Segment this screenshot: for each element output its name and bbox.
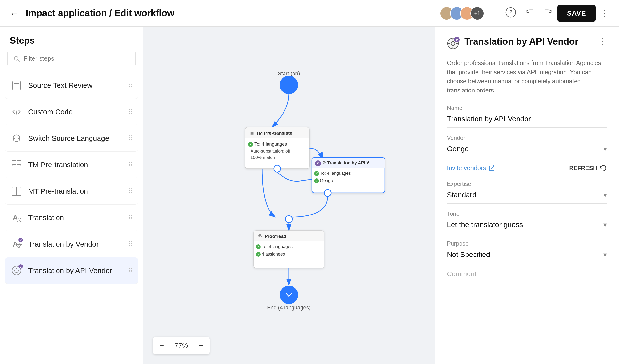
canvas-controls: − 77% + bbox=[153, 337, 210, 354]
drag-handle[interactable]: ⠿ bbox=[128, 135, 133, 142]
svg-point-24 bbox=[16, 272, 17, 273]
zoom-in-button[interactable]: + bbox=[192, 337, 210, 354]
step-label: Translation bbox=[28, 213, 123, 222]
purpose-dropdown-arrow: ▾ bbox=[604, 251, 607, 259]
tm-pretranslation-icon bbox=[10, 158, 23, 171]
refresh-button[interactable]: REFRESH bbox=[569, 165, 607, 172]
sidebar-item-source-text-review[interactable]: Source Text Review ⠿ bbox=[5, 72, 138, 99]
svg-text:100% match: 100% match bbox=[251, 155, 275, 160]
custom-code-icon bbox=[10, 106, 23, 118]
sidebar-item-mt-pretranslation[interactable]: MT Pre-translation ⠿ bbox=[5, 178, 138, 205]
search-bar[interactable] bbox=[7, 51, 136, 67]
step-label: Source Text Review bbox=[28, 81, 123, 90]
zoom-level: 77% bbox=[170, 342, 192, 350]
svg-rect-9 bbox=[12, 160, 16, 164]
tone-value-row[interactable]: Let the translator guess ▾ bbox=[447, 221, 607, 233]
svg-text:4 assignees: 4 assignees bbox=[262, 252, 285, 256]
svg-text:?: ? bbox=[509, 9, 512, 15]
drag-handle[interactable]: ⠿ bbox=[128, 240, 133, 248]
drag-handle[interactable]: ⠿ bbox=[128, 267, 133, 274]
drag-handle[interactable]: ⠿ bbox=[128, 188, 133, 195]
back-button[interactable]: ← bbox=[10, 8, 18, 18]
redo-button[interactable] bbox=[543, 8, 553, 19]
svg-point-23 bbox=[16, 268, 17, 269]
vendor-value: Gengo bbox=[447, 145, 604, 153]
tone-value: Let the translator guess bbox=[447, 221, 604, 229]
sidebar-item-switch-source-language[interactable]: Switch Source Language ⠿ bbox=[5, 125, 138, 152]
avatar-overflow[interactable]: +1 bbox=[470, 7, 484, 20]
svg-text:TM Pre-translate: TM Pre-translate bbox=[256, 131, 292, 136]
translation-icon: A文 bbox=[10, 211, 23, 224]
svg-line-3 bbox=[18, 60, 19, 61]
svg-point-2 bbox=[14, 56, 18, 60]
refresh-icon bbox=[600, 165, 607, 172]
translation-api-vendor-icon: v bbox=[10, 264, 23, 277]
svg-text:文: 文 bbox=[16, 216, 22, 222]
panel-menu-button[interactable]: ⋮ bbox=[599, 36, 607, 46]
expertise-value-row[interactable]: Standard ▾ bbox=[447, 191, 607, 204]
panel-title: Translation by API Vendor bbox=[464, 36, 599, 47]
workflow-canvas[interactable]: Start (en) ▣ TM Pre-translate ✓ To: 4 la… bbox=[143, 27, 435, 364]
svg-rect-10 bbox=[17, 160, 21, 164]
zoom-out-button[interactable]: − bbox=[153, 337, 170, 354]
vendor-value-row[interactable]: Gengo ▾ bbox=[447, 145, 607, 157]
tone-dropdown-arrow: ▾ bbox=[604, 221, 607, 229]
steps-list: Source Text Review ⠿ Custom Code ⠿ Switc… bbox=[0, 72, 143, 364]
sidebar-item-tm-pretranslation[interactable]: TM Pre-translation ⠿ bbox=[5, 152, 138, 178]
more-menu-button[interactable]: ⋮ bbox=[601, 8, 609, 18]
svg-point-66 bbox=[282, 288, 296, 302]
undo-button[interactable] bbox=[525, 8, 535, 19]
drag-handle[interactable]: ⠿ bbox=[128, 161, 133, 169]
drag-handle[interactable]: ⠿ bbox=[128, 214, 133, 222]
sidebar-item-translation-by-api-vendor[interactable]: v Translation by API Vendor ⠿ bbox=[5, 257, 138, 284]
svg-text:Start (en): Start (en) bbox=[278, 70, 300, 76]
svg-text:Translation by API V...: Translation by API V... bbox=[327, 160, 373, 165]
panel-icon: v bbox=[447, 37, 459, 52]
header: ← Impact application / Edit workflow +1 … bbox=[0, 0, 619, 27]
svg-text:Auto-substitution: off: Auto-substitution: off bbox=[251, 149, 291, 154]
step-label: Switch Source Language bbox=[28, 134, 123, 142]
sidebar-title: Steps bbox=[0, 27, 143, 51]
header-divider bbox=[495, 7, 495, 19]
purpose-field: Purpose Not Specified ▾ bbox=[447, 240, 607, 263]
svg-rect-56 bbox=[254, 238, 324, 241]
step-label: MT Pre-translation bbox=[28, 187, 123, 195]
svg-rect-41 bbox=[312, 165, 385, 168]
tone-label: Tone bbox=[447, 210, 607, 217]
tone-field: Tone Let the translator guess ▾ bbox=[447, 210, 607, 233]
svg-text:✓: ✓ bbox=[257, 245, 260, 249]
sidebar-item-translation[interactable]: A文 Translation ⠿ bbox=[5, 205, 138, 231]
svg-rect-12 bbox=[17, 165, 21, 169]
svg-text:▣: ▣ bbox=[250, 130, 255, 136]
svg-text:✓: ✓ bbox=[249, 142, 252, 146]
sidebar-item-custom-code[interactable]: Custom Code ⠿ bbox=[5, 99, 138, 125]
name-value-row: Translation by API Vendor bbox=[447, 115, 607, 128]
svg-point-53 bbox=[285, 216, 292, 223]
main-layout: Steps Source Text Review ⠿ Custom Code ⠿ bbox=[0, 27, 619, 364]
invite-vendors-link[interactable]: Invite vendors bbox=[447, 164, 495, 172]
search-icon bbox=[13, 55, 20, 62]
comment-placeholder[interactable]: Comment bbox=[447, 270, 607, 282]
switch-source-icon bbox=[10, 132, 23, 145]
svg-text:v: v bbox=[317, 161, 319, 165]
svg-text:To: 4 languages: To: 4 languages bbox=[262, 244, 293, 249]
svg-text:文: 文 bbox=[16, 243, 22, 249]
vendor-label: Vendor bbox=[447, 134, 607, 141]
svg-text:✓: ✓ bbox=[257, 252, 260, 256]
svg-text:✓: ✓ bbox=[315, 179, 318, 182]
purpose-value: Not Specified bbox=[447, 251, 604, 259]
invite-vendors-row: Invite vendors REFRESH bbox=[447, 164, 607, 172]
drag-handle[interactable]: ⠿ bbox=[128, 82, 133, 89]
vendor-field: Vendor Gengo ▾ bbox=[447, 134, 607, 157]
search-input[interactable] bbox=[23, 55, 130, 62]
drag-handle[interactable]: ⠿ bbox=[128, 108, 133, 116]
purpose-value-row[interactable]: Not Specified ▾ bbox=[447, 251, 607, 263]
name-field: Name Translation by API Vendor bbox=[447, 105, 607, 128]
help-button[interactable]: ? bbox=[506, 7, 516, 20]
sidebar-item-translation-by-vendor[interactable]: A文 v Translation by Vendor ⠿ bbox=[5, 231, 138, 257]
svg-text:👁: 👁 bbox=[258, 233, 263, 239]
name-value: Translation by API Vendor bbox=[447, 115, 607, 123]
save-button[interactable]: SAVE bbox=[557, 5, 596, 22]
svg-point-52 bbox=[324, 190, 331, 196]
workflow-svg: Start (en) ▣ TM Pre-translate ✓ To: 4 la… bbox=[143, 27, 435, 364]
